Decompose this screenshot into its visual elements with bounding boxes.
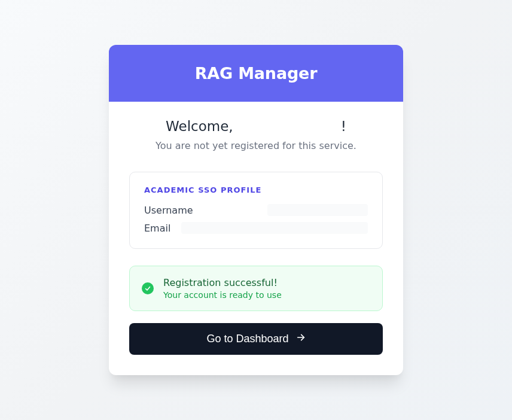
email-label: Email xyxy=(144,223,170,234)
card-body: Welcome,! You are not yet registered for… xyxy=(109,102,403,375)
username-label: Username xyxy=(144,205,193,216)
welcome-suffix: ! xyxy=(341,118,346,134)
alert-subtext: Your account is ready to use xyxy=(163,290,282,300)
username-value xyxy=(267,204,368,216)
registration-card: RAG Manager Welcome,! You are not yet re… xyxy=(109,45,403,375)
sso-profile-title: Academic SSO Profile xyxy=(144,185,368,194)
card-header: RAG Manager xyxy=(109,45,403,102)
app-title: RAG Manager xyxy=(123,64,389,83)
welcome-line: Welcome,! xyxy=(129,118,383,134)
welcome-prefix: Welcome, xyxy=(166,118,233,134)
email-row: Email xyxy=(144,222,368,234)
alert-title: Registration successful! xyxy=(163,277,282,288)
cta-label: Go to Dashboard xyxy=(206,333,288,345)
alert-text: Registration successful! Your account is… xyxy=(163,277,282,300)
username-row: Username xyxy=(144,204,368,216)
welcome-subtext: You are not yet registered for this serv… xyxy=(129,140,383,151)
check-circle-icon xyxy=(142,282,154,294)
sso-profile-box: Academic SSO Profile Username Email xyxy=(129,172,383,249)
email-value xyxy=(181,222,368,234)
go-to-dashboard-button[interactable]: Go to Dashboard xyxy=(129,323,383,355)
arrow-right-icon xyxy=(296,333,306,345)
success-alert: Registration successful! Your account is… xyxy=(129,266,383,311)
